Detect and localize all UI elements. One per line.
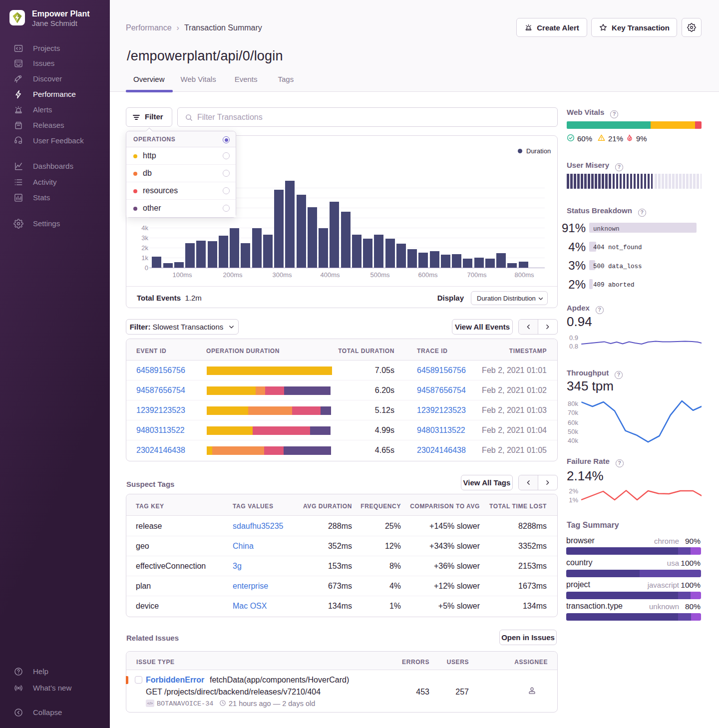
svg-text:0.8: 0.8	[569, 343, 578, 350]
svg-text:80k: 80k	[568, 400, 578, 407]
svg-text:0.9: 0.9	[569, 334, 578, 342]
svg-text:70k: 70k	[568, 409, 578, 416]
svg-text:1%: 1%	[569, 496, 578, 504]
svg-text:60k: 60k	[568, 419, 578, 426]
svg-text:50k: 50k	[568, 428, 578, 435]
svg-text:40k: 40k	[568, 437, 578, 444]
svg-text:2%: 2%	[569, 487, 578, 495]
